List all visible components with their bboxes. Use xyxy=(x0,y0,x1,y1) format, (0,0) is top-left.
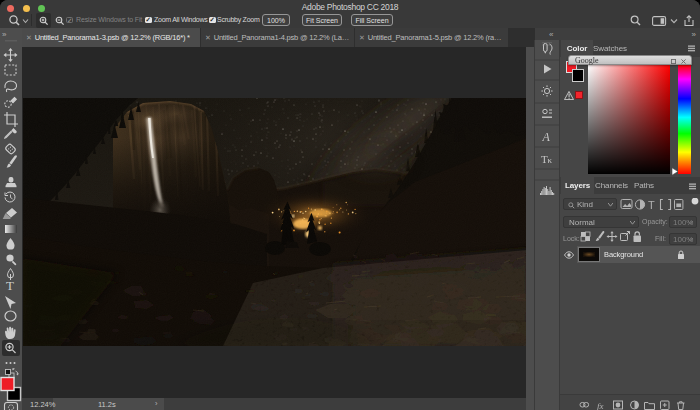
svg-text:A: A xyxy=(542,130,551,144)
svg-text:κ: κ xyxy=(548,155,553,165)
svg-text:»: » xyxy=(2,30,7,39)
svg-text:T: T xyxy=(6,278,14,293)
svg-text:T: T xyxy=(648,199,655,211)
svg-text:fx: fx xyxy=(597,401,604,410)
